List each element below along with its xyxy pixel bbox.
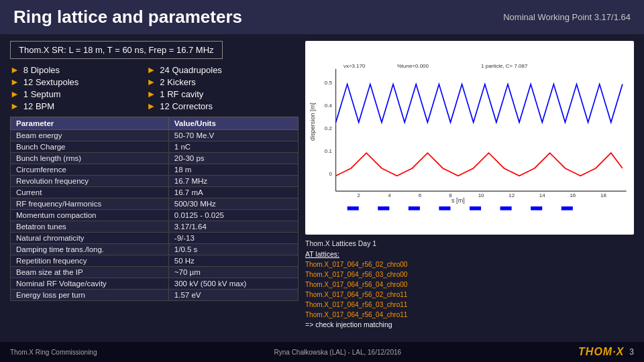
footer-logo: THOM·X 3 xyxy=(578,346,634,358)
table-row: Damping time trans./long.1/0.5 s xyxy=(11,244,299,255)
bullet-text: 12 Correctors xyxy=(160,101,213,111)
svg-text:14: 14 xyxy=(539,192,545,198)
lattice-link: Thom.X_017_064_r56_03_chro11 xyxy=(305,300,634,310)
lattice-plot: dispersion [m] s [m] 0.5 0.4 0.2 0.1 0 2… xyxy=(305,41,634,235)
title-bar: Ring lattice and parameters Nominal Work… xyxy=(0,0,644,34)
table-row: Nominal RF Voltage/cavity300 kV (500 kV … xyxy=(11,278,299,290)
footer-center: Ryna Chałkowska (LAL) - LAL, 16/12/2016 xyxy=(274,349,402,356)
svg-text:0.1: 0.1 xyxy=(325,148,333,154)
table-row: Betatron tunes3.17/1.64 xyxy=(11,221,299,233)
bullet-text: 1 RF cavity xyxy=(160,89,203,99)
svg-text:s [m]: s [m] xyxy=(451,197,465,204)
footer-left: Thom.X Ring Commissioning xyxy=(10,349,97,356)
slide-title: Ring lattice and parameters xyxy=(13,7,242,27)
table-row: Repetition frequency50 Hz xyxy=(11,255,299,267)
bullet-arrow: ► xyxy=(147,101,156,111)
param-name: Natural chromaticity xyxy=(11,233,169,244)
lattice-title: Thom.X Lattices Day 1 xyxy=(305,239,634,249)
svg-rect-23 xyxy=(470,206,481,210)
param-value: 0.0125 - 0.025 xyxy=(168,210,298,221)
param-table: Parameter Value/Units Beam energy50-70 M… xyxy=(10,117,299,301)
svg-rect-22 xyxy=(439,206,450,210)
lattice-link: Thom.X_017_064_r56_02_chro11 xyxy=(305,290,634,300)
left-panel: Thom.X SR: L = 18 m, T = 60 ns, Frep = 1… xyxy=(10,41,299,330)
param-value: ~70 µm xyxy=(168,267,298,278)
bullet-arrow: ► xyxy=(10,76,19,87)
bullet-text: 8 Dipoles xyxy=(23,65,60,75)
lattice-link: Thom.X_017_064_r56_04_chro00 xyxy=(305,280,634,290)
svg-text:0.5: 0.5 xyxy=(325,80,333,86)
bullet-item: ►24 Quadrupoles xyxy=(147,64,277,75)
svg-text:0.2: 0.2 xyxy=(325,125,333,131)
bullet-text: 24 Quadrupoles xyxy=(160,65,222,75)
bullet-list: ►8 Dipoles►24 Quadrupoles►12 Sextupoles►… xyxy=(10,64,299,111)
svg-rect-24 xyxy=(500,206,512,210)
check-injection: => check injection matching xyxy=(305,320,634,330)
lattice-info: Thom.X Lattices Day 1 AT lattices: Thom.… xyxy=(305,239,634,330)
param-name: Bunch length (rms) xyxy=(11,153,169,164)
table-row: Current16.7 mA xyxy=(11,187,299,198)
table-row: RF frequency/Harmonics500/30 MHz xyxy=(11,198,299,210)
svg-text:0: 0 xyxy=(329,171,332,177)
param-name: Beam energy xyxy=(11,130,169,141)
param-name: Momentum compaction xyxy=(11,210,169,221)
table-row: Circumference18 m xyxy=(11,164,299,176)
param-name: Nominal RF Voltage/cavity xyxy=(11,278,169,290)
bullet-item: ►12 Sextupoles xyxy=(10,76,140,87)
svg-text:8: 8 xyxy=(449,192,452,198)
svg-text:6: 6 xyxy=(419,192,422,198)
col-header-param: Parameter xyxy=(11,117,169,130)
subtitle-box: Thom.X SR: L = 18 m, T = 60 ns, Frep = 1… xyxy=(10,41,223,59)
param-name: Revolution frequency xyxy=(11,176,169,187)
param-value: 1/0.5 s xyxy=(168,244,298,255)
table-row: Bunch length (rms)20-30 ps xyxy=(11,153,299,164)
table-row: Bunch Charge1 nC xyxy=(11,141,299,153)
svg-rect-19 xyxy=(347,206,359,210)
param-value: -9/-13 xyxy=(168,233,298,244)
bullet-text: 12 Sextupoles xyxy=(23,77,78,87)
table-header: Parameter Value/Units xyxy=(11,117,299,130)
svg-text:dispersion [m]: dispersion [m] xyxy=(309,103,316,141)
svg-rect-25 xyxy=(531,206,542,210)
bullet-text: 1 Septum xyxy=(23,89,61,99)
param-name: Repetition frequency xyxy=(11,255,169,267)
table-row: Energy loss per turn1.57 eV xyxy=(11,290,299,301)
param-value: 1 nC xyxy=(168,141,298,153)
param-value: 300 kV (500 kV max) xyxy=(168,278,298,290)
svg-text:10: 10 xyxy=(478,192,484,198)
table-row: Revolution frequency16.7 MHz xyxy=(11,176,299,187)
bullet-item: ►8 Dipoles xyxy=(10,64,140,75)
param-value: 1.57 eV xyxy=(168,290,298,301)
footer: Thom.X Ring Commissioning Ryna Chałkowsk… xyxy=(0,342,644,362)
svg-rect-26 xyxy=(561,206,573,210)
nominal-label: Nominal Working Point 3.17/1.64 xyxy=(503,12,631,22)
svg-rect-20 xyxy=(378,206,389,210)
lattice-link: Thom.X_017_064_r56_03_chro00 xyxy=(305,269,634,280)
svg-text:4: 4 xyxy=(388,192,391,198)
bullet-item: ►1 RF cavity xyxy=(147,88,277,99)
param-value: 500/30 MHz xyxy=(168,198,298,210)
param-name: Betatron tunes xyxy=(11,221,169,233)
svg-text:2: 2 xyxy=(358,192,361,198)
svg-text:%tune=0.000: %tune=0.000 xyxy=(397,63,429,69)
svg-text:18: 18 xyxy=(600,192,606,198)
param-name: Current xyxy=(11,187,169,198)
svg-text:12: 12 xyxy=(508,192,515,198)
svg-text:νx=3.170: νx=3.170 xyxy=(343,63,366,69)
param-name: Circumference xyxy=(11,164,169,176)
table-row: Natural chromaticity-9/-13 xyxy=(11,233,299,244)
bullet-item: ►12 Correctors xyxy=(147,101,277,111)
bullet-arrow: ► xyxy=(10,64,19,75)
lattice-link: Thom.X_017_064_r56_04_chro11 xyxy=(305,310,634,320)
bullet-item: ►12 BPM xyxy=(10,101,140,111)
bullet-arrow: ► xyxy=(147,76,156,87)
param-value: 16.7 MHz xyxy=(168,176,298,187)
param-value: 16.7 mA xyxy=(168,187,298,198)
bullet-arrow: ► xyxy=(147,64,156,75)
table-body: Beam energy50-70 Me.VBunch Charge1 nCBun… xyxy=(11,130,299,301)
page-number: 3 xyxy=(629,347,634,357)
table-row: Beam size at the IP~70 µm xyxy=(11,267,299,278)
bullet-arrow: ► xyxy=(147,88,156,99)
table-row: Beam energy50-70 Me.V xyxy=(11,130,299,141)
param-value: 50-70 Me.V xyxy=(168,130,298,141)
